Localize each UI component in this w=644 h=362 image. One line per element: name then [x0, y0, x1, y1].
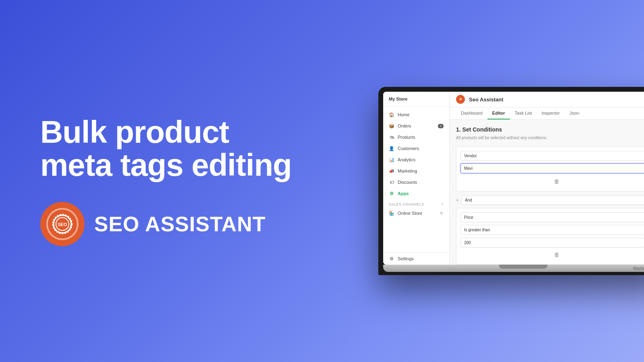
orders-icon: 📦 [389, 123, 394, 129]
and-row: + And Or [456, 195, 644, 205]
app-header: ⚙ Seo Assistant [450, 92, 644, 107]
sidebar-item-apps[interactable]: ⚙ Apps [383, 188, 449, 199]
vendor-field-select[interactable]: Vendor Title Price Tag [460, 151, 644, 161]
tabs-row: Dashboard Editor Task List Inspector Jso… [450, 107, 644, 120]
online-store-icon: 🏪 [389, 210, 394, 216]
sidebar-item-customers[interactable]: 👤 Customers [383, 143, 449, 154]
discounts-icon: 🏷 [389, 179, 394, 185]
home-icon: 🏠 [389, 112, 394, 117]
store-name: My Store [389, 97, 444, 101]
analytics-icon: 📊 [389, 157, 394, 162]
sidebar-item-analytics[interactable]: 📊 Analytics [383, 154, 449, 165]
settings-icon: ⚙ [389, 256, 394, 261]
laptop-area: My Store 🏠 Home 📦 Orders 3 [362, 0, 644, 362]
brand-logo: SEO [40, 202, 85, 246]
price-operator-select[interactable]: Is greater than Is less than Is equal to [460, 225, 644, 235]
hero-title: Bulk product meta tags editing [40, 116, 330, 182]
svg-text:SEO: SEO [58, 222, 67, 227]
customers-icon: 👤 [389, 146, 394, 151]
sidebar-item-settings[interactable]: ⚙ Settings [389, 256, 444, 261]
sidebar-item-home[interactable]: 🏠 Home [383, 109, 449, 120]
and-operator-select[interactable]: And Or [461, 195, 644, 205]
laptop-label: Macbook Pro [633, 266, 644, 271]
vendor-value-select[interactable]: Mavi Nike Adidas [460, 163, 644, 173]
sidebar-nav: 🏠 Home 📦 Orders 3 🛍 Products [383, 107, 449, 252]
tab-editor[interactable]: Editor [487, 107, 510, 119]
condition-block-2: Price Vendor Title Is greater than Is le… [456, 208, 644, 265]
sidebar-item-orders[interactable]: 📦 Orders 3 [383, 120, 449, 132]
sidebar-item-discounts[interactable]: 🏷 Discounts [383, 177, 449, 188]
orders-badge: 3 [438, 124, 444, 128]
section-title: 1. Set Conditions [456, 126, 644, 133]
sidebar-item-products[interactable]: 🛍 Products [383, 132, 449, 143]
tab-tasklist[interactable]: Task List [510, 107, 537, 119]
products-icon: 🛍 [389, 134, 394, 140]
section-subtitle: All products will be selected without an… [456, 135, 644, 141]
main-body: 1. Set Conditions All products will be s… [450, 120, 644, 265]
sidebar-item-online-store[interactable]: 🏪 Online Store 👁 [383, 208, 449, 219]
brand-row: SEO SEO ASSISTANT [40, 202, 330, 246]
sales-channels-label: Sales channels + [383, 199, 449, 208]
app-logo-text: ⚙ [459, 98, 462, 101]
delete-condition-2-button[interactable]: 🗑 [551, 251, 563, 259]
laptop-base: Macbook Pro [383, 265, 644, 272]
price-value-input[interactable] [460, 238, 644, 248]
laptop: My Store 🏠 Home 📦 Orders 3 [378, 87, 644, 275]
apps-icon: ⚙ [389, 191, 394, 196]
sidebar: My Store 🏠 Home 📦 Orders 3 [383, 92, 450, 265]
laptop-notch [499, 265, 547, 269]
main-content: ⚙ Seo Assistant Dashboard Editor Task Li… [450, 92, 644, 265]
plus-icon: + [441, 202, 444, 206]
tab-dashboard[interactable]: Dashboard [456, 107, 487, 119]
app-title: Seo Assistant [469, 97, 504, 103]
delete-condition-1-button[interactable]: 🗑 [551, 177, 563, 185]
price-field-select[interactable]: Price Vendor Title [460, 212, 644, 222]
tab-inspector[interactable]: Inspector [537, 107, 564, 119]
seo-gear-icon: SEO [50, 212, 74, 236]
app-logo: ⚙ [456, 95, 465, 104]
marketing-icon: 📣 [389, 168, 394, 174]
condition-block-1: Vendor Title Price Tag Mavi Nike Adidas [456, 146, 644, 191]
eye-icon: 👁 [440, 211, 444, 216]
tab-json[interactable]: Json- [565, 107, 585, 119]
brand-name: SEO ASSISTANT [94, 212, 266, 236]
sidebar-item-marketing[interactable]: 📣 Marketing [383, 165, 449, 177]
and-plus-icon: + [456, 197, 459, 203]
